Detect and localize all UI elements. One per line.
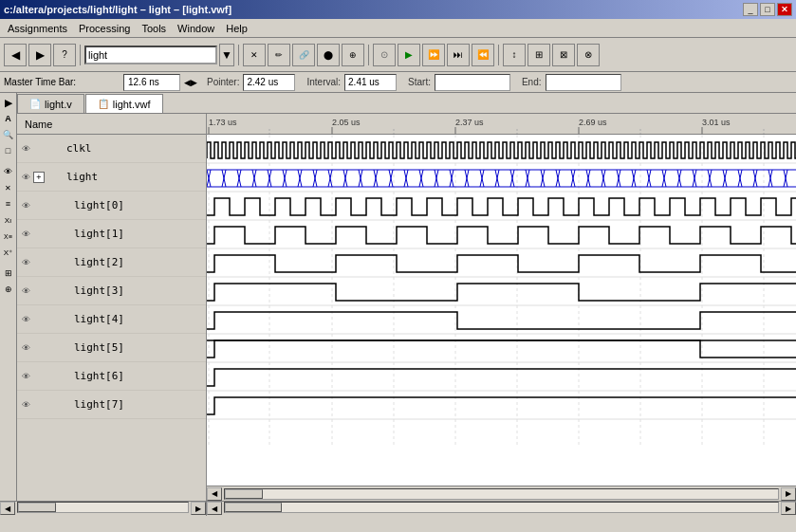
light7-eye-icon[interactable]: 👁 [19, 398, 32, 412]
waveform-rows[interactable] [207, 135, 796, 486]
forward-button[interactable]: ▶ [28, 44, 51, 66]
light-expand-btn[interactable]: + [33, 172, 45, 183]
select-icon[interactable]: ▶ [1, 95, 16, 110]
fit-tool[interactable]: ⊗ [577, 44, 600, 66]
light1-waveform [207, 227, 796, 244]
scrollbar-track[interactable] [224, 488, 779, 500]
light7-name: light[7] [65, 398, 206, 411]
snap-tool[interactable]: ⊠ [552, 44, 575, 66]
time-scroll-right[interactable]: ▶ [191, 78, 197, 87]
tab-lightvwf-label: light.vwf [113, 99, 151, 110]
light6-icons: 👁 [17, 370, 65, 383]
xplus-icon[interactable]: X⁺ [1, 245, 16, 260]
sim-run[interactable]: ⊙ [373, 44, 396, 66]
sim-step[interactable]: ⏭ [447, 44, 470, 66]
x-icon[interactable]: ✕ [1, 180, 16, 195]
circle-tool[interactable]: ⬤ [317, 44, 340, 66]
rect-icon[interactable]: □ [1, 143, 16, 158]
light2-eye-icon[interactable]: 👁 [19, 256, 32, 269]
sim-play[interactable]: ▶ [398, 44, 420, 66]
start-label: Start: [408, 77, 431, 87]
end-section: End: [516, 74, 627, 91]
separator-2 [238, 45, 239, 65]
light1-icons: 👁 [17, 228, 65, 241]
signal-row-light0: 👁 light[0] [17, 192, 206, 220]
light5-eye-icon[interactable]: 👁 [19, 341, 32, 355]
wave-scroll-left2[interactable]: ◀ [207, 502, 222, 515]
light3-waveform [207, 284, 796, 301]
time-bar-row: Master Time Bar: 12.6 ns ◀ ▶ Pointer: 2.… [0, 72, 796, 93]
cross-tool[interactable]: ⊕ [342, 44, 364, 66]
wave-scrollbar-track2[interactable] [224, 502, 779, 513]
close-button[interactable]: ✕ [777, 3, 792, 16]
bottom-scrollbar: ◀ ▶ ◀ ▶ [0, 501, 796, 516]
light5-name: light[5] [65, 341, 206, 354]
dropdown-arrow[interactable]: ▼ [219, 44, 234, 66]
tab-lightvwf[interactable]: 📋 light.vwf [85, 94, 163, 113]
clkl-eye-icon[interactable]: 👁 [19, 142, 32, 156]
name-column-label: Name [25, 119, 52, 130]
light-name: light [65, 171, 206, 183]
scrollbar-thumb[interactable] [225, 489, 263, 499]
help-button[interactable]: ? [53, 44, 76, 66]
time-ruler: 1.73 us 2.05 us 2.37 us 2.69 us 3.01 us … [207, 114, 796, 135]
text-icon[interactable]: A [1, 111, 16, 126]
menu-tools[interactable]: Tools [136, 21, 172, 36]
menu-assignments[interactable]: Assignments [2, 21, 73, 36]
light0-eye-icon[interactable]: 👁 [19, 199, 32, 212]
names-scrollbar-thumb[interactable] [18, 503, 56, 512]
svg-text:2.69 us: 2.69 us [579, 118, 607, 127]
light3-eye-icon[interactable]: 👁 [19, 284, 32, 298]
svg-text:2.05 us: 2.05 us [332, 118, 361, 127]
svg-text:1.73 us: 1.73 us [209, 118, 237, 127]
tab-lightv[interactable]: 📄 light.v [17, 94, 84, 113]
scroll-left-arrow[interactable]: ◀ [207, 487, 222, 501]
names-scrollbar-area: ◀ ▶ [0, 502, 207, 516]
light4-waveform [207, 312, 796, 329]
maximize-button[interactable]: □ [760, 3, 775, 16]
names-scrollbar-track[interactable] [17, 502, 189, 513]
waveform-svg [207, 135, 796, 448]
signal-name-input[interactable] [84, 46, 217, 64]
waveform-container: 📄 light.v 📋 light.vwf Name 👁 [17, 93, 796, 501]
xi-icon[interactable]: Xı [1, 212, 16, 228]
light6-eye-icon[interactable]: 👁 [19, 370, 32, 383]
toolbar: ◀ ▶ ? ▼ ✕ ✏ 🔗 ⬤ ⊕ ⊙ ▶ ⏩ ⏭ ⏪ ↕ ⊞ ⊠ ⊗ [0, 38, 796, 72]
sim-fwd[interactable]: ⏩ [422, 44, 445, 66]
xlines-icon[interactable]: X≡ [1, 229, 16, 244]
lines-icon[interactable]: ≡ [1, 196, 16, 211]
zoom-tool[interactable]: ⊞ [528, 44, 550, 66]
pencil-tool[interactable]: ✏ [268, 44, 290, 66]
zoom-sel[interactable]: ↕ [503, 44, 526, 66]
select-tool[interactable]: ✕ [243, 44, 266, 66]
light2-name: light[2] [65, 256, 206, 268]
wave-scrollbar-thumb2[interactable] [225, 503, 282, 512]
link-tool[interactable]: 🔗 [292, 44, 315, 66]
master-time-value: 12.6 ns [123, 74, 180, 91]
light3-name: light[3] [65, 284, 206, 297]
light1-eye-icon[interactable]: 👁 [19, 228, 32, 241]
scroll-right-arrow[interactable]: ▶ [781, 487, 796, 501]
waveform-display: 1.73 us 2.05 us 2.37 us 2.69 us 3.01 us … [207, 114, 796, 501]
plus-icon[interactable]: ⊕ [1, 282, 16, 297]
names-scroll-right[interactable]: ▶ [191, 502, 206, 515]
main-area: ▶ A 🔍 □ 👁 ✕ ≡ Xı X≡ X⁺ ⊞ ⊕ 📄 light.v 📋 l… [0, 93, 796, 501]
light0-waveform [207, 198, 796, 215]
signal-row-light5: 👁 light[5] [17, 334, 206, 362]
light4-eye-icon[interactable]: 👁 [19, 313, 32, 326]
eye-icon[interactable]: 👁 [1, 164, 16, 179]
back-button[interactable]: ◀ [4, 44, 27, 66]
menu-help[interactable]: Help [220, 21, 253, 36]
wave-scroll-right2[interactable]: ▶ [781, 502, 796, 515]
menu-processing[interactable]: Processing [73, 21, 136, 36]
menu-window[interactable]: Window [172, 21, 220, 36]
light-eye-icon[interactable]: 👁 [19, 171, 32, 184]
grid-icon[interactable]: ⊞ [1, 266, 16, 281]
minimize-button[interactable]: _ [743, 3, 758, 16]
sim-rew[interactable]: ⏪ [472, 44, 494, 66]
names-scroll-left[interactable]: ◀ [0, 502, 15, 515]
signal-row-light7: 👁 light[7] [17, 391, 206, 419]
zoom-in-icon[interactable]: 🔍 [1, 127, 16, 142]
time-scroll-left[interactable]: ◀ [184, 78, 191, 87]
light7-waveform [207, 397, 796, 414]
